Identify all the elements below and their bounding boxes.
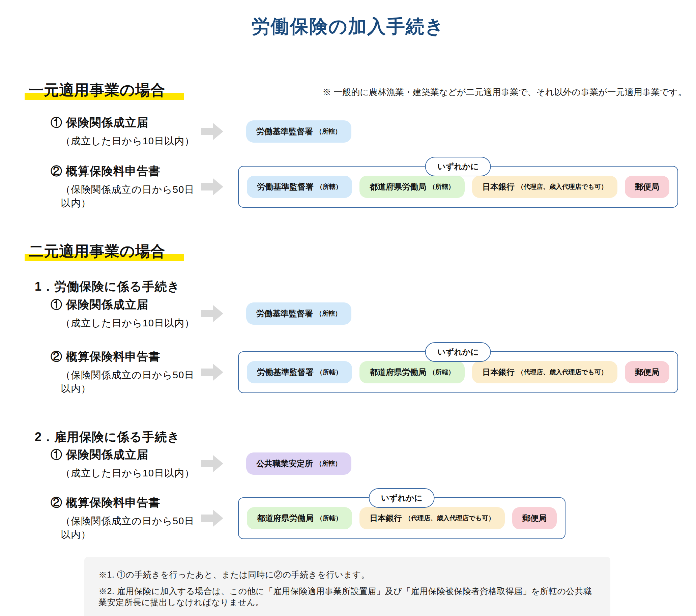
- dest-pill-prefectural-labor-bureau: 都道府県労働局 （所轄）: [360, 176, 465, 198]
- pill-main-text: 都道府県労働局: [369, 367, 426, 378]
- pill-main-text: 労働基準監督署: [256, 308, 313, 319]
- top-note: ※ 一般的に農林漁業・建築業などが二元適用事業で、それ以外の事業が一元適用事業で…: [322, 86, 686, 98]
- dest-pill-prefectural-labor-bureau: 都道府県労働局 （所轄）: [247, 507, 352, 530]
- right-arrow-icon: [201, 364, 223, 381]
- pill-main-text: 労働基準監督署: [257, 367, 314, 378]
- pill-main-text: 労働基準監督署: [257, 181, 314, 192]
- destination: 労働基準監督署 （所轄）: [238, 120, 351, 143]
- pill-main-text: 郵便局: [635, 367, 659, 378]
- flow-row-sec2-1-step2: ② 概算保険料申告書 （保険関係成立の日から50日以内） いずれかに 労働基準監…: [51, 351, 689, 393]
- step-label: ① 保険関係成立届: [51, 447, 201, 462]
- pill-main-text: 労働基準監督署: [256, 126, 313, 137]
- flow-row-sec1-step2: ② 概算保険料申告書 （保険関係成立の日から50日以内） いずれかに 労働基準監…: [51, 166, 689, 208]
- pill-sub-text: （所轄）: [316, 309, 341, 318]
- footnotes-box: ※1. ①の手続きを行ったあと、または同時に②の手続きを行います。 ※2. 雇用…: [84, 557, 610, 616]
- flow-row-sec2-2-step1: ① 保険関係成立届 （成立した日から10日以内） 公共職業安定所 （所轄）: [51, 444, 689, 483]
- step-block: ② 概算保険料申告書 （保険関係成立の日から50日以内）: [51, 349, 201, 395]
- section-heading-single-coverage: 一元適用事業の場合: [29, 80, 184, 100]
- page-title: 労働保険の加入手続き: [0, 14, 696, 39]
- destination: 公共職業安定所 （所轄）: [238, 453, 351, 475]
- step-deadline: （成立した日から10日以内）: [61, 467, 201, 480]
- step-deadline: （保険関係成立の日から50日以内）: [61, 368, 201, 395]
- step-label: ① 保険関係成立届: [51, 115, 201, 130]
- dest-pill-post-office: 郵便局: [625, 176, 669, 198]
- pill-sub-text: （代理店、歳入代理店でも可）: [517, 368, 607, 377]
- pill-sub-text: （代理店、歳入代理店でも可）: [405, 514, 495, 523]
- step-label: ② 概算保険料申告書: [51, 349, 201, 364]
- pill-main-text: 都道府県労働局: [369, 181, 426, 192]
- pill-sub-text: （所轄）: [429, 183, 455, 191]
- dest-pill-bank-of-japan: 日本銀行 （代理店、歳入代理店でも可）: [360, 507, 505, 530]
- step-block: ② 概算保険料申告書 （保険関係成立の日から50日以内）: [51, 495, 201, 541]
- right-arrow-icon: [201, 178, 223, 195]
- dest-pill-bank-of-japan: 日本銀行 （代理店、歳入代理店でも可）: [472, 361, 617, 383]
- diagram-page: 労働保険の加入手続き 一元適用事業の場合 ※ 一般的に農林漁業・建築業などが二元…: [0, 0, 696, 616]
- yellow-highlight: 二元適用事業の場合: [25, 243, 184, 261]
- step-label: ① 保険関係成立届: [51, 297, 201, 313]
- pill-sub-text: （所轄）: [316, 459, 341, 468]
- dest-pill-labor-standards-office: 労働基準監督署 （所轄）: [247, 361, 352, 383]
- dest-pill-labor-standards-office: 労働基準監督署 （所轄）: [246, 302, 351, 325]
- subsection-heading-employment-insurance: 2．雇用保険に係る手続き: [35, 429, 180, 445]
- either-group-box: いずれかに 労働基準監督署 （所轄） 都道府県労働局 （所轄） 日本銀行 （代理…: [238, 351, 678, 393]
- right-arrow-icon: [201, 510, 223, 527]
- footnote-1: ※1. ①の手続きを行ったあと、または同時に②の手続きを行います。: [98, 569, 596, 580]
- flow-row-sec1-step1: ① 保険関係成立届 （成立した日から10日以内） 労働基準監督署 （所轄）: [51, 112, 689, 151]
- pill-sub-text: （所轄）: [316, 368, 342, 377]
- pill-main-text: 公共職業安定所: [256, 458, 313, 469]
- either-label: いずれかに: [425, 157, 491, 176]
- dest-pill-public-employment-security-office: 公共職業安定所 （所轄）: [246, 453, 351, 475]
- pill-main-text: 日本銀行: [482, 181, 515, 192]
- yellow-highlight: 一元適用事業の場合: [25, 82, 184, 100]
- right-arrow-icon: [201, 455, 223, 472]
- step-deadline: （成立した日から10日以内）: [61, 135, 201, 148]
- either-group-box: いずれかに 都道府県労働局 （所轄） 日本銀行 （代理店、歳入代理店でも可） 郵…: [238, 497, 566, 539]
- step-deadline: （成立した日から10日以内）: [61, 317, 201, 330]
- pill-main-text: 郵便局: [522, 513, 547, 524]
- destination: 労働基準監督署 （所轄）: [238, 302, 351, 325]
- dest-pill-post-office: 郵便局: [625, 361, 669, 383]
- right-arrow-icon: [201, 123, 223, 140]
- flow-row-sec2-1-step1: ① 保険関係成立届 （成立した日から10日以内） 労働基準監督署 （所轄）: [51, 294, 689, 333]
- step-block: ② 概算保険料申告書 （保険関係成立の日から50日以内）: [51, 163, 201, 210]
- pill-sub-text: （所轄）: [316, 514, 342, 523]
- dest-pill-prefectural-labor-bureau: 都道府県労働局 （所轄）: [360, 361, 465, 383]
- section-heading-dual-coverage: 二元適用事業の場合: [29, 241, 184, 261]
- pill-sub-text: （所轄）: [429, 368, 455, 377]
- subsection-heading-labor-insurance: 1．労働保険に係る手続き: [35, 279, 180, 295]
- footnote-2: ※2. 雇用保険に加入する場合は、この他に「雇用保険適用事業所設置届」及び「雇用…: [98, 586, 596, 608]
- either-label: いずれかに: [425, 342, 491, 362]
- dest-pill-labor-standards-office: 労働基準監督署 （所轄）: [246, 120, 351, 143]
- step-block: ① 保険関係成立届 （成立した日から10日以内）: [51, 297, 201, 330]
- pill-main-text: 郵便局: [635, 181, 659, 192]
- step-deadline: （保険関係成立の日から50日以内）: [61, 515, 201, 541]
- right-arrow-icon: [201, 305, 223, 322]
- pill-sub-text: （代理店、歳入代理店でも可）: [517, 183, 607, 191]
- pill-sub-text: （所轄）: [316, 183, 342, 191]
- dest-pill-post-office: 郵便局: [512, 507, 557, 530]
- step-label: ② 概算保険料申告書: [51, 163, 201, 179]
- flow-row-sec2-2-step2: ② 概算保険料申告書 （保険関係成立の日から50日以内） いずれかに 都道府県労…: [51, 497, 689, 539]
- either-group-box: いずれかに 労働基準監督署 （所轄） 都道府県労働局 （所轄） 日本銀行 （代理…: [238, 166, 678, 208]
- dest-pill-labor-standards-office: 労働基準監督署 （所轄）: [247, 176, 352, 198]
- either-label: いずれかに: [369, 488, 435, 508]
- pill-main-text: 日本銀行: [482, 367, 515, 378]
- dest-pill-bank-of-japan: 日本銀行 （代理店、歳入代理店でも可）: [472, 176, 617, 198]
- step-label: ② 概算保険料申告書: [51, 495, 201, 510]
- pill-main-text: 都道府県労働局: [257, 513, 314, 524]
- step-deadline: （保険関係成立の日から50日以内）: [61, 183, 201, 210]
- step-block: ① 保険関係成立届 （成立した日から10日以内）: [51, 115, 201, 148]
- step-block: ① 保険関係成立届 （成立した日から10日以内）: [51, 447, 201, 480]
- pill-main-text: 日本銀行: [369, 513, 402, 524]
- pill-sub-text: （所轄）: [316, 127, 341, 136]
